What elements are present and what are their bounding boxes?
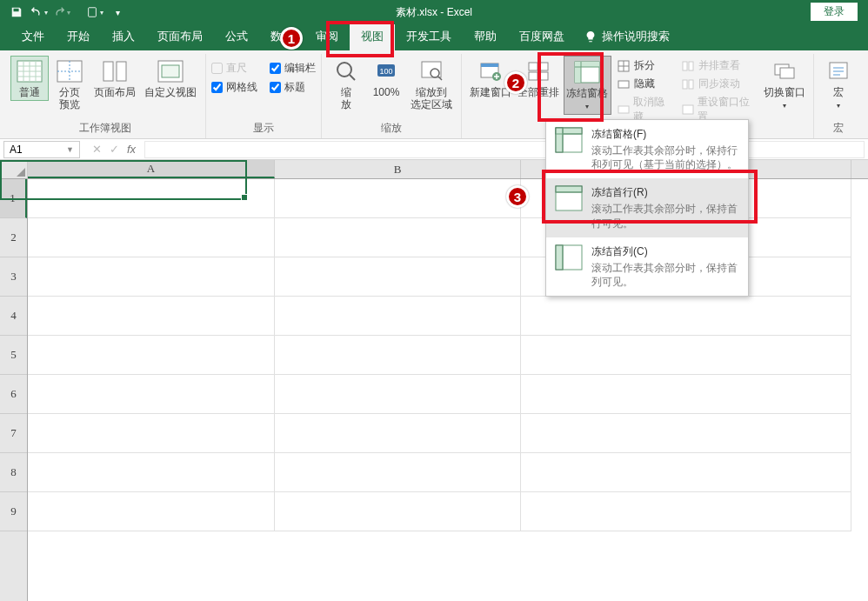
- switch-windows-button[interactable]: 切换窗口▾: [762, 56, 808, 113]
- side-by-side-button: 并排查看: [678, 57, 760, 74]
- cell[interactable]: [275, 336, 521, 375]
- tab-view[interactable]: 视图: [350, 23, 395, 50]
- custom-view-button[interactable]: 自定义视图: [141, 56, 200, 101]
- freeze-panes-button[interactable]: 冻结窗格▾: [564, 56, 611, 115]
- freeze-first-column-item[interactable]: 冻结首列(C) 滚动工作表其余部分时，保持首列可见。: [546, 237, 748, 296]
- zoom-selection-button[interactable]: 缩放到 选定区域: [407, 56, 456, 113]
- hide-button[interactable]: 隐藏: [613, 76, 676, 92]
- qat-customize-button[interactable]: ▾: [108, 3, 127, 22]
- split-button[interactable]: 拆分: [613, 57, 676, 74]
- cell[interactable]: [275, 414, 521, 453]
- cell[interactable]: [28, 297, 275, 336]
- svg-rect-16: [539, 63, 548, 70]
- group-workbook-views: 普通 分页 预览 页面布局 自定义视图 工作簿视图: [5, 54, 206, 138]
- cell[interactable]: [28, 218, 275, 257]
- tab-data[interactable]: 数据: [259, 23, 304, 50]
- sync-scroll-button: 同步滚动: [678, 76, 760, 92]
- row-header[interactable]: 5: [0, 336, 27, 375]
- row-header[interactable]: 1: [0, 179, 27, 218]
- name-box[interactable]: A1▼: [3, 141, 80, 158]
- tab-page-layout[interactable]: 页面布局: [146, 23, 214, 50]
- unhide-icon: [617, 103, 630, 117]
- tab-review[interactable]: 审阅: [304, 23, 350, 50]
- tab-insert[interactable]: 插入: [101, 23, 146, 50]
- cell[interactable]: [28, 492, 275, 531]
- cell[interactable]: [28, 179, 275, 218]
- cell[interactable]: [521, 336, 851, 375]
- page-layout-view-button[interactable]: 页面布局: [90, 56, 139, 101]
- row-header[interactable]: 7: [0, 414, 27, 453]
- document-title: 素材.xlsx - Excel: [396, 5, 472, 20]
- zoom-100-button[interactable]: 100 100%: [367, 56, 405, 101]
- cell[interactable]: [275, 257, 521, 297]
- cell[interactable]: [28, 375, 275, 414]
- row-header[interactable]: 8: [0, 453, 27, 492]
- group-macros: 宏▾ 宏: [814, 54, 863, 138]
- tab-developer[interactable]: 开发工具: [395, 23, 463, 50]
- gridlines-checkbox[interactable]: 网格线: [211, 80, 257, 95]
- arrange-all-button[interactable]: 全部重排: [515, 56, 561, 101]
- cell[interactable]: [521, 414, 851, 453]
- split-icon: [617, 59, 631, 73]
- column-header[interactable]: A: [28, 160, 275, 178]
- headings-checkbox[interactable]: 标题: [270, 80, 316, 95]
- undo-button[interactable]: [30, 3, 49, 22]
- cell[interactable]: [28, 414, 275, 453]
- svg-rect-32: [830, 63, 847, 78]
- row-header[interactable]: 6: [0, 375, 27, 414]
- row-header[interactable]: 3: [0, 257, 27, 297]
- cell[interactable]: [28, 453, 275, 492]
- redo-button[interactable]: [52, 3, 71, 22]
- enter-icon[interactable]: ✓: [106, 143, 122, 156]
- tell-me-search[interactable]: 操作说明搜索: [576, 23, 678, 50]
- svg-rect-17: [529, 72, 537, 80]
- cell[interactable]: [275, 492, 521, 531]
- row-header[interactable]: 4: [0, 297, 27, 336]
- freeze-top-row-item[interactable]: 冻结首行(R) 滚动工作表其余部分时，保持首行可见。: [546, 178, 748, 237]
- ruler-checkbox[interactable]: 直尺: [211, 61, 257, 76]
- formula-bar-checkbox[interactable]: 编辑栏: [270, 61, 316, 76]
- svg-rect-3: [103, 62, 113, 81]
- save-icon[interactable]: [7, 3, 26, 22]
- freeze-panes-dropdown: 冻结窗格(F) 滚动工作表其余部分时，保持行和列可见（基于当前的选择）。 冻结首…: [545, 119, 749, 297]
- svg-rect-25: [683, 62, 687, 70]
- formula-input[interactable]: [144, 141, 865, 158]
- fx-icon[interactable]: fx: [124, 143, 139, 156]
- cell[interactable]: [275, 453, 521, 492]
- cell[interactable]: [521, 492, 851, 531]
- side-by-side-icon: [681, 59, 695, 73]
- freeze-panes-item[interactable]: 冻结窗格(F) 滚动工作表其余部分时，保持行和列可见（基于当前的选择）。: [546, 120, 748, 178]
- cancel-icon[interactable]: ✕: [89, 143, 104, 156]
- cell[interactable]: [28, 257, 275, 297]
- login-button[interactable]: 登录: [811, 3, 858, 21]
- row-header[interactable]: 9: [0, 492, 27, 531]
- svg-rect-6: [162, 65, 179, 77]
- select-all-button[interactable]: [0, 160, 28, 179]
- zoom-button[interactable]: 缩 放: [327, 56, 365, 113]
- cell[interactable]: [275, 179, 521, 218]
- macros-button[interactable]: 宏▾: [819, 56, 858, 113]
- normal-view-button[interactable]: 普通: [10, 56, 49, 101]
- column-header[interactable]: B: [275, 160, 521, 178]
- formula-buttons: ✕ ✓ fx: [83, 143, 144, 156]
- new-window-button[interactable]: 新建窗口: [467, 56, 513, 101]
- cell[interactable]: [275, 375, 521, 414]
- tab-file[interactable]: 文件: [10, 23, 56, 50]
- row-headers[interactable]: 123456789: [0, 179, 28, 601]
- cell[interactable]: [521, 453, 851, 492]
- tab-home[interactable]: 开始: [56, 23, 101, 50]
- row-header[interactable]: 2: [0, 218, 27, 257]
- svg-rect-39: [556, 245, 563, 270]
- page-break-view-button[interactable]: 分页 预览: [50, 56, 89, 113]
- tab-help[interactable]: 帮助: [463, 23, 508, 50]
- cell[interactable]: [275, 218, 521, 257]
- cell[interactable]: [521, 297, 851, 336]
- tab-formulas[interactable]: 公式: [214, 23, 259, 50]
- tab-baidu[interactable]: 百度网盘: [508, 23, 576, 50]
- touch-mode-button[interactable]: [85, 3, 104, 22]
- cell[interactable]: [521, 375, 851, 414]
- cell[interactable]: [28, 336, 275, 375]
- hide-icon: [617, 77, 631, 91]
- magnifier-icon: [332, 57, 360, 85]
- cell[interactable]: [275, 297, 521, 336]
